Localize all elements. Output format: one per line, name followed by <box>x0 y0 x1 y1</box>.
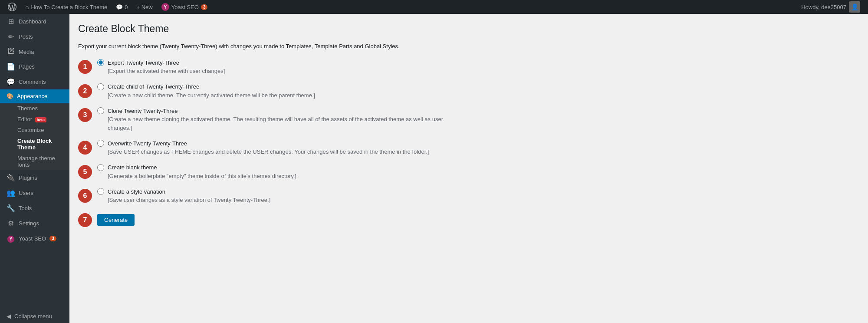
beta-badge: beta <box>35 117 47 122</box>
sidebar-label-comments: Comments <box>19 79 46 85</box>
new-label: + New <box>137 4 153 10</box>
appearance-icon: 🎨 <box>7 93 13 99</box>
house-icon: ⌂ <box>25 3 29 10</box>
sidebar-item-posts[interactable]: ✏ Posts <box>0 29 69 44</box>
settings-icon: ⚙ <box>7 219 15 227</box>
option-desc-4: [Save USER changes as THEME changes and … <box>108 148 429 156</box>
create-block-theme-label: Create Block Theme <box>17 138 52 151</box>
option-radio-6[interactable] <box>97 188 104 195</box>
site-name-label: How To Create a Block Theme <box>31 4 107 10</box>
option-text-6: Create a style variation <box>108 188 165 195</box>
page-description: Export your current block theme (Twenty … <box>78 42 469 51</box>
main-content: Create Block Theme Export your current b… <box>69 14 868 323</box>
step-number-6: 6 <box>78 189 92 203</box>
option-row-2: 2 Create child of Twenty Twenty-Three [C… <box>78 83 469 100</box>
option-row-6: 6 Create a style variation [Save user ch… <box>78 188 469 204</box>
option-row-4: 4 Overwrite Twenty Twenty-Three [Save US… <box>78 140 469 156</box>
editor-label: Editor <box>17 116 32 122</box>
step-number-2: 2 <box>78 84 92 98</box>
sidebar-label-settings: Settings <box>19 220 39 227</box>
comment-icon: 💬 <box>116 4 123 10</box>
user-menu-button[interactable]: Howdy, dee35007 👤 <box>797 1 865 13</box>
sidebar-item-manage-theme-fonts[interactable]: Manage theme fonts <box>0 153 69 170</box>
media-icon: 🖼 <box>7 48 15 56</box>
users-icon: 👥 <box>7 189 15 197</box>
sidebar: ⊞ Dashboard ✏ Posts 🖼 Media 📄 Pa <box>0 14 69 323</box>
option-desc-2: [Create a new child theme. The currently… <box>108 91 315 100</box>
collapse-label: Collapse menu <box>14 313 52 320</box>
option-radio-2[interactable] <box>97 83 104 90</box>
sidebar-item-tools[interactable]: 🔧 Tools <box>0 201 69 216</box>
new-content-button[interactable]: + New <box>132 0 157 14</box>
sidebar-item-create-block-theme[interactable]: Create Block Theme <box>0 135 69 153</box>
sidebar-item-customize[interactable]: Customize <box>0 125 69 135</box>
step-number-4: 4 <box>78 141 92 155</box>
sidebar-item-comments[interactable]: 💬 Comments <box>0 74 69 89</box>
sidebar-item-appearance[interactable]: 🎨 Appearance <box>0 89 69 103</box>
yoast-label: Yoast SEO <box>171 4 199 10</box>
option-radio-1[interactable] <box>97 59 104 66</box>
option-label-3[interactable]: Clone Twenty Twenty-Three <box>97 107 469 114</box>
option-desc-3: [Create a new theme cloning the activate… <box>108 115 469 132</box>
option-label-6[interactable]: Create a style variation <box>97 188 270 195</box>
sidebar-label-dashboard: Dashboard <box>19 18 46 25</box>
option-label-4[interactable]: Overwrite Twenty Twenty-Three <box>97 140 429 147</box>
option-row-7: 7 Generate <box>78 212 469 227</box>
pages-icon: 📄 <box>7 63 15 71</box>
option-text-4: Overwrite Twenty Twenty-Three <box>108 140 187 147</box>
yoast-nav-badge: 3 <box>49 236 56 241</box>
sidebar-item-media[interactable]: 🖼 Media <box>0 44 69 59</box>
option-label-1[interactable]: Export Twenty Twenty-Three <box>97 59 225 66</box>
sidebar-item-users[interactable]: 👥 Users <box>0 185 69 201</box>
option-text-3: Clone Twenty Twenty-Three <box>108 108 178 114</box>
option-desc-5: [Generate a boilerplate "empty" theme in… <box>108 172 296 181</box>
howdy-text: Howdy, dee35007 <box>801 4 846 10</box>
manage-theme-fonts-label: Manage theme fonts <box>17 155 55 168</box>
sidebar-item-settings[interactable]: ⚙ Settings <box>0 216 69 231</box>
step-number-1: 1 <box>78 60 92 74</box>
sidebar-label-users: Users <box>19 190 33 196</box>
sidebar-item-editor[interactable]: Editor beta <box>0 114 69 125</box>
option-desc-6: [Save user changes as a style variation … <box>108 196 270 204</box>
dashboard-icon: ⊞ <box>7 17 15 26</box>
step-number-3: 3 <box>78 108 92 122</box>
yoast-nav-icon: Y <box>7 234 15 243</box>
wp-logo-button[interactable] <box>3 0 21 14</box>
sidebar-label-plugins: Plugins <box>19 175 37 181</box>
option-radio-4[interactable] <box>97 140 104 147</box>
sidebar-item-yoast-seo[interactable]: Y Yoast SEO 3 <box>0 231 69 246</box>
option-radio-5[interactable] <box>97 164 104 171</box>
step-number-5: 5 <box>78 165 92 179</box>
step-number-7: 7 <box>78 213 92 227</box>
options-list: 1 Export Twenty Twenty-Three [Export the… <box>78 59 469 227</box>
sidebar-label-yoast: Yoast SEO <box>19 235 46 242</box>
option-row-3: 3 Clone Twenty Twenty-Three [Create a ne… <box>78 107 469 132</box>
yoast-icon: Y <box>161 3 169 11</box>
sidebar-item-plugins[interactable]: 🔌 Plugins <box>0 170 69 185</box>
yoast-seo-button[interactable]: Y Yoast SEO 3 <box>157 0 212 14</box>
site-name-button[interactable]: ⌂ How To Create a Block Theme <box>21 0 112 14</box>
sidebar-item-dashboard[interactable]: ⊞ Dashboard <box>0 14 69 29</box>
generate-button[interactable]: Generate <box>97 214 135 226</box>
option-desc-1: [Export the activated theme with user ch… <box>108 67 225 76</box>
tools-icon: 🔧 <box>7 204 15 212</box>
option-label-2[interactable]: Create child of Twenty Twenty-Three <box>97 83 315 90</box>
option-row-5: 5 Create blank theme [Generate a boilerp… <box>78 164 469 181</box>
sidebar-label-pages: Pages <box>19 63 35 70</box>
option-text-5: Create blank theme <box>108 164 157 171</box>
option-label-5[interactable]: Create blank theme <box>97 164 296 171</box>
sidebar-item-themes[interactable]: Themes <box>0 103 69 114</box>
sidebar-item-pages[interactable]: 📄 Pages <box>0 59 69 74</box>
comments-nav-icon: 💬 <box>7 78 15 86</box>
option-text-2: Create child of Twenty Twenty-Three <box>108 83 199 90</box>
sidebar-label-posts: Posts <box>19 33 33 40</box>
collapse-icon: ◀ <box>7 313 11 320</box>
avatar: 👤 <box>849 1 860 13</box>
option-text-1: Export Twenty Twenty-Three <box>108 59 179 66</box>
collapse-menu-button[interactable]: ◀ Collapse menu <box>0 310 69 323</box>
comments-button[interactable]: 💬 0 <box>112 0 132 14</box>
sidebar-label-media: Media <box>19 49 34 55</box>
yoast-badge: 3 <box>201 4 208 10</box>
option-radio-3[interactable] <box>97 107 104 114</box>
customize-label: Customize <box>17 127 44 133</box>
